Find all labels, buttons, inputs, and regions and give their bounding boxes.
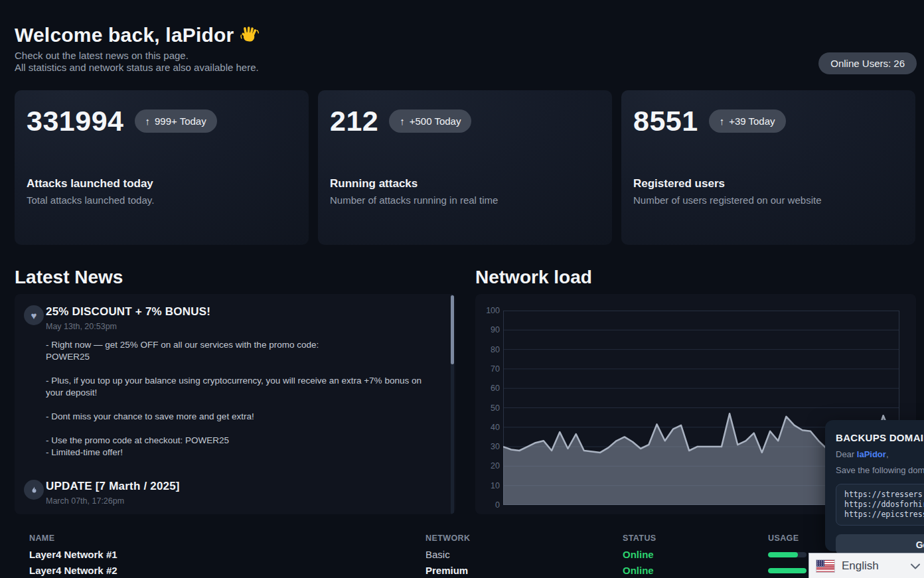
heart-icon: ♥	[24, 305, 44, 325]
table-row-1-status: Online	[623, 549, 654, 560]
stat-title: Registered users	[633, 177, 903, 190]
y-tick-label: 0	[475, 500, 500, 510]
news-timestamp: March 07th, 17:26pm	[46, 496, 435, 506]
news-title: UPDATE [7 Marth / 2025]	[46, 480, 435, 493]
column-header-name: NAME	[29, 534, 54, 543]
column-header-status: STATUS	[623, 534, 656, 543]
language-selector[interactable]: English	[809, 553, 924, 578]
y-tick-label: 40	[475, 423, 500, 432]
page-subtitle: Check out the latest news on this page. …	[15, 50, 259, 74]
table-row-1-usage-bar	[768, 549, 807, 557]
stat-subtitle: Number of attacks running in real time	[330, 194, 600, 206]
subtitle-line-1: Check out the latest news on this page.	[15, 50, 259, 62]
language-label: English	[842, 559, 879, 573]
stats-row: 331994 ↑999+ Today Attacks launched toda…	[15, 90, 915, 245]
arrow-up-icon: ↑	[400, 115, 405, 127]
stat-value: 212	[330, 105, 378, 137]
latest-news-panel: ♥ 25% DISCOUNT + 7% BONUS! May 13th, 20:…	[15, 294, 455, 514]
y-tick-label: 20	[475, 461, 500, 470]
stat-trend-badge: ↑+500 Today	[389, 109, 471, 133]
greeting-prefix: Dear	[836, 449, 857, 459]
news-timestamp: May 13th, 20:53pm	[46, 322, 435, 331]
popup-greeting: Dear laPidor,	[836, 449, 924, 459]
networks-table: NAME NETWORK STATUS USAGE Layer4 Network…	[29, 534, 924, 578]
stat-badge-label: +39 Today	[729, 115, 775, 127]
table-row-1-name: Layer4 Network #1	[29, 549, 117, 560]
greeting-suffix: ,	[886, 449, 889, 459]
stat-value: 8551	[633, 105, 698, 137]
stat-card-running-attacks: 212 ↑+500 Today Running attacks Number o…	[318, 90, 612, 245]
table-row-2-name: Layer4 Network #2	[29, 565, 117, 576]
backup-domains-list: https://stressers.site https://ddosforhi…	[836, 484, 924, 526]
us-flag-icon	[816, 560, 834, 572]
stat-title: Attacks launched today	[27, 177, 297, 190]
stat-subtitle: Total attacks launched today.	[27, 194, 297, 206]
page-title: Welcome back, laPidor	[15, 24, 259, 46]
news-item-update: UPDATE [7 Marth / 2025] March 07th, 17:2…	[24, 480, 435, 506]
column-header-network: NETWORK	[425, 534, 470, 543]
dashboard-page: Welcome back, laPidor Check out the late…	[0, 0, 924, 578]
column-header-usage: USAGE	[768, 534, 799, 543]
table-row-1-network: Basic	[425, 549, 450, 560]
news-title: 25% DISCOUNT + 7% BONUS!	[46, 305, 435, 319]
y-tick-label: 60	[475, 384, 500, 393]
stat-badge-label: +500 Today	[410, 115, 461, 127]
y-tick-label: 70	[475, 364, 500, 374]
popup-title: BACKUPS DOMAINS	[836, 432, 924, 443]
greeting-username: laPidor	[857, 449, 886, 459]
stat-value: 331994	[27, 105, 124, 137]
stat-title: Running attacks	[330, 177, 600, 190]
stat-card-attacks-launched: 331994 ↑999+ Today Attacks launched toda…	[15, 90, 309, 245]
y-tick-label: 50	[475, 403, 500, 413]
news-body: - Right now — get 25% OFF on all our ser…	[46, 339, 434, 459]
stat-trend-badge: ↑+39 Today	[709, 109, 786, 133]
y-tick-label: 30	[475, 442, 500, 451]
news-scrollbar-thumb[interactable]	[451, 295, 454, 364]
stat-trend-badge: ↑999+ Today	[135, 109, 217, 133]
chart-y-axis: 1009080706050403020100	[475, 311, 500, 505]
welcome-title: Welcome back, laPidor	[15, 24, 234, 46]
table-row-2-network: Premium	[425, 565, 468, 576]
y-tick-label: 90	[475, 325, 500, 334]
y-tick-label: 100	[475, 306, 500, 315]
wave-hand-icon	[240, 25, 261, 46]
news-item-discount: ♥ 25% DISCOUNT + 7% BONUS! May 13th, 20:…	[24, 305, 435, 459]
arrow-up-icon: ↑	[720, 115, 725, 127]
backups-domains-popup: BACKUPS DOMAINS Dear laPidor, Save the f…	[825, 420, 924, 551]
table-row-2-status: Online	[623, 565, 654, 576]
arrow-up-icon: ↑	[145, 115, 151, 127]
stat-badge-label: 999+ Today	[155, 115, 206, 127]
online-users-badge: Online Users: 26	[818, 52, 917, 74]
table-row-2-usage-bar	[768, 565, 807, 573]
y-tick-label: 80	[475, 345, 500, 354]
stat-card-registered-users: 8551 ↑+39 Today Registered users Number …	[621, 90, 915, 245]
stat-subtitle: Number of users registered on our websit…	[633, 194, 903, 206]
flame-icon	[24, 480, 44, 500]
latest-news-heading: Latest News	[15, 267, 123, 288]
network-load-heading: Network load	[475, 267, 592, 288]
chevron-down-icon	[911, 563, 920, 569]
subtitle-line-2: All statistics and network status are al…	[15, 62, 259, 74]
y-tick-label: 10	[475, 481, 500, 490]
got-it-button[interactable]: Got it	[836, 534, 924, 555]
popup-message: Save the following domains	[836, 465, 924, 475]
